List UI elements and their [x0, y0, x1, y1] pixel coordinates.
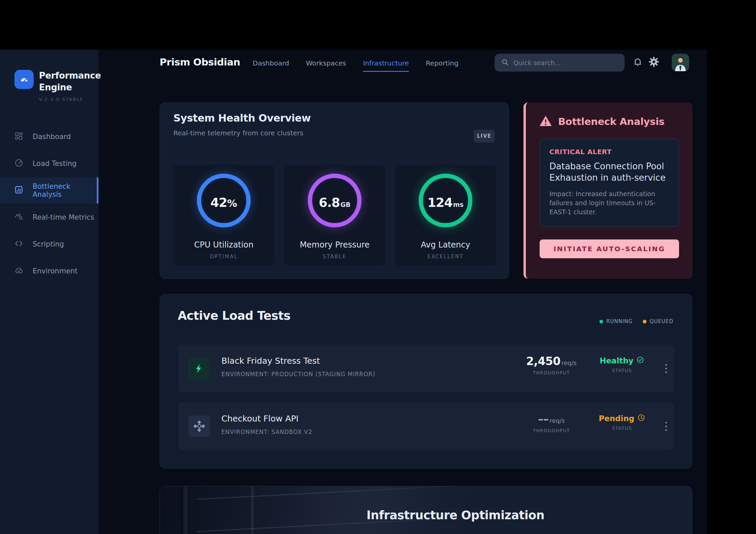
running-dot-icon [599, 320, 603, 323]
metrics-search-icon [14, 212, 23, 222]
search-input[interactable] [513, 59, 614, 66]
warning-triangle-icon [539, 115, 552, 128]
sidebar-item-load-testing[interactable]: Load Testing [0, 150, 98, 177]
top-nav-infrastructure[interactable]: Infrastructure [363, 59, 409, 72]
active-load-tests-title: Active Load Tests [178, 309, 290, 322]
active-load-tests-card: Active Load Tests RUNNING QUEUED Black F… [160, 294, 692, 469]
load-test-row-checkout-flow[interactable]: Checkout Flow API ENVIRONMENT: SANDBOX V… [178, 402, 674, 450]
user-avatar[interactable] [672, 54, 689, 71]
load-test-row-black-friday[interactable]: Black Friday Stress Test ENVIRONMENT: PR… [178, 345, 674, 392]
initiate-auto-scaling-button[interactable]: INITIATE AUTO-SCALING [540, 239, 679, 258]
dashboard-grid-icon [14, 132, 23, 142]
critical-alert-card: CRITICAL ALERT Database Connection Pool … [540, 139, 679, 227]
app-window: Performance Engine V.2.4.0-STABLE Dashbo… [0, 50, 707, 534]
status-block: Pending STATUS [592, 414, 652, 431]
sidebar-item-dashboard[interactable]: Dashboard [0, 124, 98, 150]
code-icon [14, 239, 23, 249]
critical-alert-tag: CRITICAL ALERT [549, 148, 669, 156]
brand-title: Prism Obsidian [160, 56, 240, 68]
infrastructure-optimization-card: Infrastructure Optimization [160, 486, 692, 534]
critical-alert-headline: Database Connection Pool Exhaustion in a… [549, 161, 669, 183]
top-nav-workspaces[interactable]: Workspaces [306, 59, 346, 72]
product-version: V.2.4.0-STABLE [39, 97, 101, 102]
queued-dot-icon [643, 320, 646, 323]
search-box [495, 54, 625, 72]
memory-gauge-ring: 6.8GB [308, 174, 362, 227]
bell-icon[interactable] [632, 56, 643, 69]
sidebar-item-bottleneck-analysis[interactable]: Bottleneck Analysis [0, 177, 98, 204]
performance-engine-logo-icon [14, 70, 34, 89]
gauge-cpu-utilization: 42% CPU Utilization OPTIMAL [173, 165, 274, 266]
gauge-label: CPU Utilization [173, 240, 274, 250]
live-badge: LIVE [474, 130, 495, 142]
system-health-subtitle: Real-time telemetry from core clusters [173, 129, 303, 137]
critical-alert-impact: Impact: Increased authentication failure… [549, 189, 669, 217]
sidebar-item-environment[interactable]: Environment [0, 258, 98, 284]
sidebar-item-realtime-metrics[interactable]: Real-time Metrics [0, 204, 98, 230]
sidebar: Performance Engine V.2.4.0-STABLE Dashbo… [0, 50, 98, 534]
latency-gauge-ring: 124ms [419, 174, 472, 227]
gauge-avg-latency: 124ms Avg Latency EXCELLENT [395, 165, 496, 266]
legend-running: RUNNING [599, 318, 633, 324]
product-text: Performance Engine V.2.4.0-STABLE [39, 70, 101, 102]
test-environment: ENVIRONMENT: SANDBOX V2 [221, 429, 312, 435]
legend-queued: QUEUED [643, 318, 673, 324]
row-menu-kebab-icon[interactable] [658, 360, 674, 377]
bottleneck-title: Bottleneck Analysis [558, 116, 665, 127]
top-nav-reporting[interactable]: Reporting [426, 59, 458, 72]
system-health-title: System Health Overview [173, 112, 311, 124]
bottleneck-header: Bottleneck Analysis [539, 115, 665, 128]
test-name: Black Friday Stress Test [221, 356, 320, 366]
gauge-status: EXCELLENT [395, 254, 496, 260]
status-block: Healthy STATUS [592, 356, 652, 373]
bar-chart-icon [14, 185, 23, 195]
row-menu-kebab-icon[interactable] [658, 417, 674, 435]
check-circle-icon [636, 356, 644, 365]
top-nav: Dashboard Workspaces Infrastructure Repo… [253, 59, 458, 72]
lightning-bolt-icon [188, 358, 210, 379]
gauge-label: Memory Pressure [284, 240, 385, 250]
gear-icon[interactable] [648, 56, 660, 69]
product-name: Performance Engine [39, 70, 101, 93]
system-health-card: System Health Overview Real-time telemet… [160, 102, 509, 279]
test-environment: ENVIRONMENT: PRODUCTION (STAGING MIRROR) [221, 371, 375, 377]
clock-icon [637, 414, 645, 423]
gauge-status: OPTIMAL [173, 254, 274, 260]
product-header: Performance Engine V.2.4.0-STABLE [14, 70, 101, 102]
cpu-gauge-ring: 42% [197, 174, 251, 227]
gauge-memory-pressure: 6.8GB Memory Pressure STABLE [284, 165, 385, 266]
throughput-block: ––req/s THROUGHPUT [511, 412, 592, 433]
search-icon [501, 58, 509, 67]
load-tests-legend: RUNNING QUEUED [599, 318, 673, 324]
test-name: Checkout Flow API [221, 414, 298, 424]
cloud-check-icon [14, 266, 23, 276]
throughput-block: 2,450req/s THROUGHPUT [511, 355, 592, 375]
sidebar-item-scripting[interactable]: Scripting [0, 231, 98, 257]
gauge-label: Avg Latency [395, 240, 496, 250]
modules-diamond-icon [188, 415, 210, 437]
top-nav-dashboard[interactable]: Dashboard [253, 59, 289, 72]
speedometer-icon [14, 159, 23, 169]
screenshot-stage: Performance Engine V.2.4.0-STABLE Dashbo… [0, 0, 756, 534]
gauge-status: STABLE [284, 254, 385, 260]
infrastructure-title: Infrastructure Optimization [190, 508, 692, 522]
sidebar-nav: Dashboard Load Testing Bottleneck Analys… [0, 124, 98, 284]
bottleneck-analysis-panel: Bottleneck Analysis CRITICAL ALERT Datab… [523, 102, 692, 279]
